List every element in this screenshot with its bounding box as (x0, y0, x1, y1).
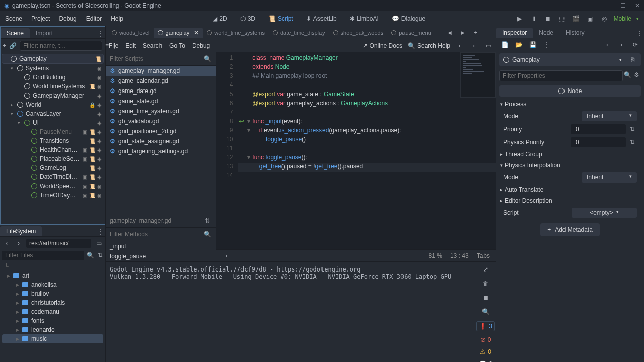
distraction-free-icon[interactable]: ⛶ (485, 28, 494, 37)
workspace-limboai[interactable]: ✱ LimboAI (347, 13, 382, 24)
script-icon[interactable]: 📜 (89, 138, 95, 144)
scene-node-pausemenu[interactable]: PauseMenu▣📜◉ (2, 127, 104, 136)
output-clear-icon[interactable]: 🗑 (481, 279, 490, 288)
prop-script-dropdown[interactable]: <empty>▾ (572, 208, 637, 218)
visibility-icon[interactable]: ◉ (97, 165, 102, 171)
section-physics-interpolation[interactable]: ▾Physics Interpolation (496, 160, 644, 171)
script-icon[interactable]: 📜 (89, 193, 95, 198)
history-back-icon[interactable]: ‹ (603, 40, 612, 49)
history-fwd-icon[interactable]: › (617, 40, 626, 49)
instance-icon[interactable]: ▣ (83, 156, 87, 162)
script-menu-edit[interactable]: Edit (125, 42, 136, 49)
instance-icon[interactable]: ▣ (83, 184, 87, 189)
fs-search-icon[interactable]: 🔍 (87, 251, 94, 260)
scene-node-world[interactable]: ▸World🔒◉ (2, 100, 104, 109)
tab-scene[interactable]: Scene (1, 28, 30, 38)
visibility-icon[interactable]: ◉ (97, 111, 102, 117)
scene-node-worldspee[interactable]: WorldSpee…▣📜◉ (2, 182, 104, 191)
filter-scripts-search-icon[interactable]: 🔍 (203, 54, 212, 63)
pause-icon[interactable]: ⏸ (529, 14, 538, 23)
refresh-icon[interactable]: ⟳ (631, 40, 640, 49)
scene-node-ui[interactable]: ▾UI◉ (2, 118, 104, 127)
inspector-settings-icon[interactable]: ⚙ (632, 70, 641, 79)
scene-node-gridbuilding[interactable]: GridBuilding◉ (2, 73, 104, 82)
add-metadata-button[interactable]: +Add Metadata (540, 223, 600, 236)
workspace-script[interactable]: 📜 Script (265, 13, 296, 24)
camera-icon[interactable]: ◎ (600, 14, 609, 23)
fs-folder-christutorials[interactable]: ▸christutorials (2, 298, 103, 307)
prop-mode-dropdown[interactable]: Inherit▾ (582, 111, 637, 121)
tab-add-icon[interactable]: + (471, 28, 480, 37)
fs-filter-input[interactable] (2, 251, 84, 260)
visibility-icon[interactable]: ◉ (97, 138, 102, 144)
fold-icon[interactable]: ▾ (245, 154, 252, 161)
menu-editor[interactable]: Editor (86, 15, 102, 22)
script-tab-pause_menu[interactable]: pause_menu (387, 28, 435, 38)
script-item-game_calendar[interactable]: ⚙game_calendar.gd (106, 76, 216, 86)
script-menu-go-to[interactable]: Go To (169, 42, 185, 49)
search-help-link[interactable]: 🔍Search Help (408, 42, 450, 49)
copy-path-icon[interactable]: ⎘ (628, 55, 637, 64)
script-item-game_date[interactable]: ⚙game_date.gd (106, 86, 216, 96)
inspector-class-button[interactable]: Node (499, 85, 641, 97)
script-menu-file[interactable]: File (109, 42, 118, 49)
visibility-icon[interactable]: ◉ (97, 66, 102, 71)
nav-back-icon[interactable]: ‹ (2, 239, 11, 248)
fs-folder-leonardo[interactable]: ▸leonardo (2, 325, 103, 334)
visibility-icon[interactable]: ◉ (97, 102, 102, 108)
fold-icon[interactable]: ▾ (245, 127, 252, 134)
script-sort-icon[interactable]: ⇅ (203, 216, 212, 225)
save-resource-icon[interactable]: 💾 (528, 40, 537, 49)
close-tab-icon[interactable]: ✕ (194, 29, 199, 36)
filter-scripts-input[interactable] (110, 55, 203, 62)
prop-interp-mode-dropdown[interactable]: Inherit▾ (582, 172, 637, 183)
script-tab-woods_level[interactable]: woods_level (108, 28, 154, 38)
script-icon[interactable]: 📜 (89, 184, 95, 189)
visibility-icon[interactable]: ◉ (97, 75, 102, 80)
error-count[interactable]: ⊘0 (480, 336, 491, 343)
tab-inspector[interactable]: Inspector (496, 28, 533, 38)
script-tab-gameplay[interactable]: gameplay ✕ (154, 28, 203, 38)
instance-icon[interactable]: ▣ (83, 147, 87, 153)
scene-node-transitions[interactable]: Transitions📜◉ (2, 136, 104, 145)
fs-folder-art[interactable]: ▸art (2, 271, 103, 280)
scene-node-datetimedi[interactable]: DateTimeDi…▣📜◉ (2, 172, 104, 182)
minimize-icon[interactable]: — (605, 2, 611, 9)
script-icon[interactable]: 📜 (89, 147, 95, 153)
scene-node-worldtimesystems[interactable]: WorldTimeSystems📜◉ (2, 82, 104, 91)
inspector-menu-icon[interactable]: ⋮ (635, 29, 644, 38)
inspector-search-icon[interactable]: 🔍 (623, 70, 632, 79)
remote-icon[interactable]: ⬚ (557, 14, 567, 23)
code-editor[interactable]: 1234567891011121314 class_name GameplayM… (216, 52, 496, 261)
script-icon[interactable]: 📜 (89, 174, 95, 180)
workspace-dialogue[interactable]: 💬 Dialogue (389, 13, 428, 24)
script-icon[interactable]: 📜 (95, 56, 101, 62)
section-thread-group[interactable]: ▸Thread Group (496, 149, 644, 160)
lock-icon[interactable]: 🔒 (89, 102, 95, 108)
fs-path[interactable]: res://art/music/ (26, 239, 91, 248)
online-docs-link[interactable]: ↗Online Docs (363, 42, 403, 49)
output-list-icon[interactable]: ≣ (481, 293, 490, 302)
visibility-icon[interactable]: ◉ (97, 174, 102, 180)
script-icon[interactable]: 📜 (89, 156, 95, 162)
spin-icon[interactable]: ⇅ (628, 125, 637, 134)
method-_input[interactable]: _input (106, 241, 216, 251)
script-icon[interactable]: 📜 (89, 84, 95, 89)
movie-icon[interactable]: 🎬 (572, 14, 581, 23)
script-item-gb_validator[interactable]: ⚙gb_validator.gd (106, 116, 216, 126)
scene-node-gamelog[interactable]: GameLog📜◉ (2, 163, 104, 172)
minimap[interactable] (460, 52, 496, 98)
workspace-3d[interactable]: ⬡ 3D (237, 13, 258, 24)
scene-node-gameplaymanager[interactable]: GameplayManager◉ (2, 91, 104, 100)
new-resource-icon[interactable]: 📄 (500, 40, 509, 49)
inspector-more-icon[interactable]: ⋮ (542, 40, 551, 49)
fs-folder-fonts[interactable]: ▸fonts (2, 316, 103, 325)
prop-phys-priority-field[interactable]: 0 (571, 137, 626, 147)
play-icon[interactable]: ▶ (515, 14, 524, 23)
stop-icon[interactable]: ⏹ (543, 14, 552, 23)
menu-project[interactable]: Project (31, 15, 50, 22)
menu-help[interactable]: Help (111, 15, 123, 22)
filter-methods-input[interactable] (110, 231, 203, 238)
play-scene-icon[interactable]: ▣ (586, 14, 595, 23)
info-count[interactable]: ❗3 (476, 321, 495, 331)
